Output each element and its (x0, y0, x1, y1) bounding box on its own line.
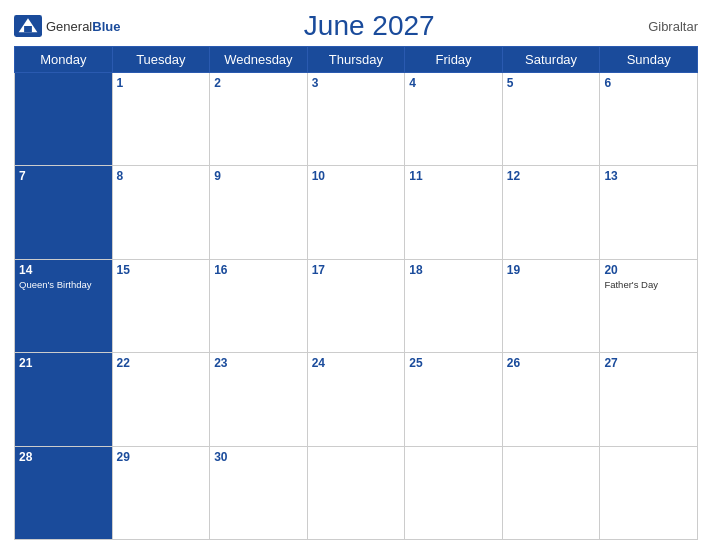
cell-23: 23 (210, 353, 308, 446)
week-row-2: 7 8 9 10 11 12 13 (15, 166, 698, 259)
cell-8: 8 (112, 166, 210, 259)
col-thursday: Thursday (307, 47, 405, 73)
col-tuesday: Tuesday (112, 47, 210, 73)
cell-1: 1 (112, 73, 210, 166)
cell-5: 5 (502, 73, 600, 166)
calendar-header-row: Monday Tuesday Wednesday Thursday Friday… (15, 47, 698, 73)
cell-10: 10 (307, 166, 405, 259)
event-fathers-day: Father's Day (604, 279, 693, 290)
calendar-title: June 2027 (120, 10, 618, 42)
cell-7: 7 (15, 166, 113, 259)
cell-24: 24 (307, 353, 405, 446)
col-saturday: Saturday (502, 47, 600, 73)
cell-14: 14 Queen's Birthday (15, 259, 113, 352)
cell-26: 26 (502, 353, 600, 446)
col-friday: Friday (405, 47, 503, 73)
week-row-4: 21 22 23 24 25 26 27 (15, 353, 698, 446)
cell-9: 9 (210, 166, 308, 259)
cell-3: 3 (307, 73, 405, 166)
cell-empty-5 (405, 446, 503, 539)
cell-17: 17 (307, 259, 405, 352)
logo: GeneralBlue (14, 15, 120, 37)
calendar-page: GeneralBlue June 2027 Gibraltar Monday T… (0, 0, 712, 550)
cell-30: 30 (210, 446, 308, 539)
col-sunday: Sunday (600, 47, 698, 73)
cell-empty-4 (307, 446, 405, 539)
cell-29: 29 (112, 446, 210, 539)
cell-2: 2 (210, 73, 308, 166)
week-row-3: 14 Queen's Birthday 15 16 17 18 19 20 Fa… (15, 259, 698, 352)
cell-empty-mon (15, 73, 113, 166)
logo-text-general: General (46, 19, 92, 34)
cell-empty-6 (502, 446, 600, 539)
region-label: Gibraltar (618, 19, 698, 34)
cell-25: 25 (405, 353, 503, 446)
week-row-1: 1 2 3 4 5 6 (15, 73, 698, 166)
cell-27: 27 (600, 353, 698, 446)
top-bar: GeneralBlue June 2027 Gibraltar (14, 10, 698, 42)
col-monday: Monday (15, 47, 113, 73)
cell-21: 21 (15, 353, 113, 446)
cell-6: 6 (600, 73, 698, 166)
col-wednesday: Wednesday (210, 47, 308, 73)
cell-18: 18 (405, 259, 503, 352)
event-queens-birthday: Queen's Birthday (19, 279, 108, 290)
cell-19: 19 (502, 259, 600, 352)
cell-4: 4 (405, 73, 503, 166)
generalblue-logo-icon (14, 15, 42, 37)
cell-16: 16 (210, 259, 308, 352)
cell-11: 11 (405, 166, 503, 259)
logo-text-blue: Blue (92, 19, 120, 34)
cell-22: 22 (112, 353, 210, 446)
cell-13: 13 (600, 166, 698, 259)
svg-rect-2 (24, 26, 32, 32)
calendar-table: Monday Tuesday Wednesday Thursday Friday… (14, 46, 698, 540)
cell-15: 15 (112, 259, 210, 352)
cell-12: 12 (502, 166, 600, 259)
cell-empty-7 (600, 446, 698, 539)
cell-20: 20 Father's Day (600, 259, 698, 352)
cell-28: 28 (15, 446, 113, 539)
week-row-5: 28 29 30 (15, 446, 698, 539)
